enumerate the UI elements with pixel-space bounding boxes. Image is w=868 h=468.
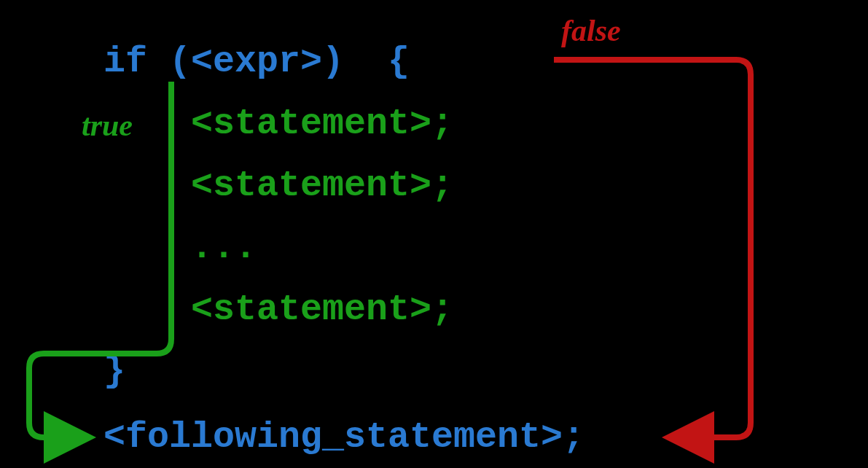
close-brace: } — [103, 354, 125, 390]
if-line: if (<expr>) { — [103, 44, 410, 80]
false-arrow — [554, 60, 751, 437]
true-label: true — [82, 108, 133, 143]
statement-2: <statement>; — [191, 168, 453, 204]
statement-1: <statement>; — [191, 106, 453, 142]
following-statement: <following_statement>; — [103, 419, 584, 456]
false-label: false — [561, 13, 621, 48]
ellipsis: ... — [191, 230, 257, 266]
statement-n: <statement>; — [191, 292, 453, 328]
diagram-stage: false true if (<expr>) { <statement>; <s… — [0, 0, 868, 468]
